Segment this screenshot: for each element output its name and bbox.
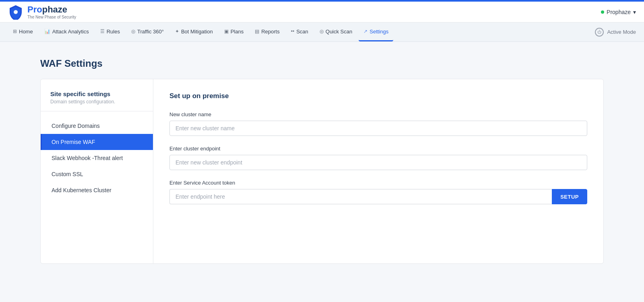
logo-prefix: Pro (27, 4, 42, 14)
online-indicator (601, 10, 604, 14)
card-content: Set up on premise New cluster name Enter… (153, 79, 603, 263)
form-group-cluster-name: New cluster name (169, 111, 587, 136)
nav-item-scan[interactable]: •• Scan (286, 23, 313, 41)
nav-item-reports[interactable]: ▤ Reports (250, 23, 285, 41)
nav-label-bot: Bot Mitigation (181, 29, 213, 35)
nav-label-settings: Settings (369, 29, 388, 35)
logo-tagline: The New Phase of Security (27, 15, 76, 19)
nav-label-scan: Scan (296, 29, 308, 35)
nav-item-quick-scan[interactable]: ◎ Quick Scan (315, 23, 357, 41)
quick-scan-icon: ◎ (320, 29, 324, 34)
main-nav: ⊞ Home 📊 Attack Analytics ☰ Rules ◎ Traf… (0, 23, 644, 42)
settings-card: Site specific settings Domain settings c… (40, 79, 604, 264)
logo-suffix: phaze (42, 4, 67, 14)
logo-area: Prophaze The New Phase of Security (8, 4, 76, 20)
nav-item-bot-mitigation[interactable]: ✦ Bot Mitigation (170, 23, 218, 41)
cluster-endpoint-label: Enter cluster endpoint (169, 146, 587, 152)
rules-icon: ☰ (100, 29, 105, 34)
user-label: Prophaze (607, 9, 631, 15)
header: Prophaze The New Phase of Security Proph… (0, 2, 644, 23)
nav-label-attack-analytics: Attack Analytics (52, 29, 89, 35)
nav-label-rules: Rules (107, 29, 120, 35)
card-sidebar: Site specific settings Domain settings c… (41, 79, 153, 263)
nav-label-reports: Reports (261, 29, 280, 35)
cluster-name-label: New cluster name (169, 111, 587, 117)
active-mode-indicator: ⏻ Active Mode (595, 28, 636, 37)
sidebar-header: Site specific settings Domain settings c… (41, 90, 153, 111)
page-content: WAF Settings Site specific settings Doma… (0, 42, 644, 280)
dropdown-icon: ▾ (633, 9, 636, 15)
sidebar-item-configure-domains[interactable]: Configure Domains (41, 118, 153, 134)
setup-button[interactable]: SETUP (552, 189, 587, 204)
form-group-cluster-endpoint: Enter cluster endpoint (169, 146, 587, 170)
service-token-label: Enter Service Account token (169, 180, 587, 186)
nav-item-attack-analytics[interactable]: 📊 Attack Analytics (39, 23, 94, 41)
cluster-name-input[interactable] (169, 121, 587, 136)
reports-icon: ▤ (255, 29, 259, 34)
power-icon: ⏻ (595, 28, 604, 37)
scan-icon: •• (291, 29, 294, 34)
nav-item-traffic[interactable]: ◎ Traffic 360° (126, 23, 169, 41)
bot-icon: ✦ (175, 29, 179, 34)
nav-item-rules[interactable]: ☰ Rules (95, 23, 125, 41)
logo-name: Prophaze (27, 4, 76, 15)
form-group-service-token: Enter Service Account token SETUP (169, 180, 587, 204)
user-menu[interactable]: Prophaze ▾ (601, 9, 636, 15)
section-title: Set up on premise (169, 92, 587, 100)
token-row: SETUP (169, 189, 587, 204)
nav-item-settings[interactable]: ↗ Settings (359, 23, 393, 41)
service-token-input[interactable] (169, 189, 552, 204)
traffic-icon: ◎ (131, 29, 135, 34)
nav-label-plans: Plans (231, 29, 244, 35)
svg-point-0 (14, 10, 18, 14)
nav-label-home: Home (19, 29, 33, 35)
nav-item-home[interactable]: ⊞ Home (8, 23, 38, 41)
logo-text: Prophaze The New Phase of Security (27, 4, 76, 19)
nav-label-traffic: Traffic 360° (137, 29, 164, 35)
settings-icon: ↗ (363, 29, 367, 34)
home-icon: ⊞ (13, 29, 17, 34)
sidebar-item-add-kubernetes[interactable]: Add Kubernetes Cluster (41, 182, 153, 198)
page-title: WAF Settings (40, 58, 604, 69)
cluster-endpoint-input[interactable] (169, 155, 587, 170)
sidebar-item-custom-ssl[interactable]: Custom SSL (41, 166, 153, 182)
sidebar-item-slack-webhook[interactable]: Slack Webhook -Threat alert (41, 150, 153, 166)
sidebar-menu: Configure Domains On Premise WAF Slack W… (41, 115, 153, 201)
logo-icon (8, 4, 23, 20)
sidebar-subtitle: Domain settings configuration. (50, 99, 143, 105)
nav-label-quick-scan: Quick Scan (326, 29, 352, 35)
nav-item-plans[interactable]: ▣ Plans (219, 23, 249, 41)
sidebar-title: Site specific settings (50, 90, 143, 97)
attack-analytics-icon: 📊 (44, 29, 50, 34)
active-mode-label: Active Mode (607, 29, 636, 35)
plans-icon: ▣ (224, 29, 229, 34)
sidebar-item-on-premise-waf[interactable]: On Premise WAF (41, 134, 153, 150)
